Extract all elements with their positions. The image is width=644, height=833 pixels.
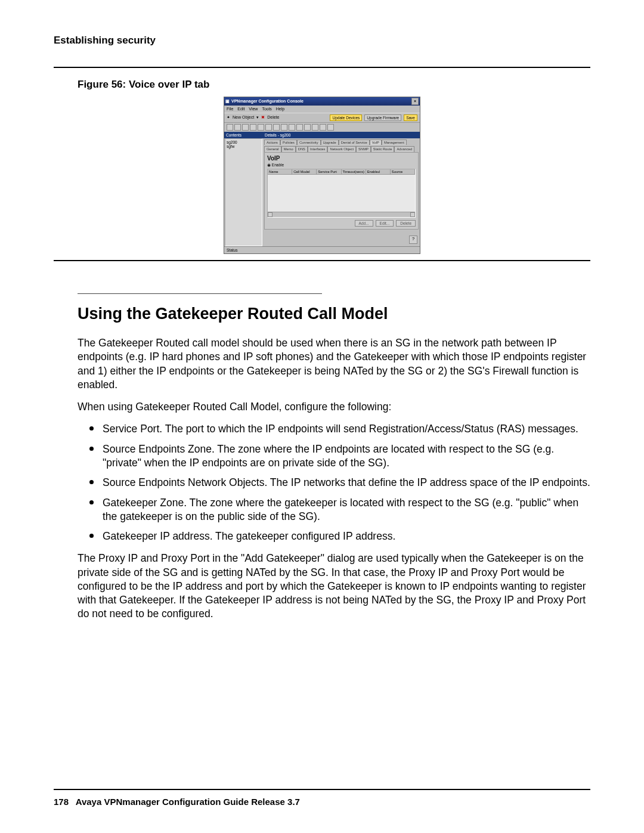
toolbar-icon-5[interactable] (258, 124, 264, 131)
horizontal-scrollbar[interactable] (268, 212, 415, 217)
new-object-button[interactable]: New Object (233, 115, 254, 120)
toolbar-icon-6[interactable] (265, 124, 272, 131)
toolbar-icon-2[interactable] (234, 124, 241, 131)
edit-button[interactable]: Edit... (376, 220, 394, 227)
status-bar: Status (224, 246, 420, 253)
sidebar-item-sgfw[interactable]: sgfw (227, 144, 261, 148)
top-rule (54, 67, 590, 68)
close-icon[interactable]: × (411, 98, 419, 105)
scroll-left-icon[interactable] (268, 212, 273, 217)
list-item: Gatekeeper IP address. The gatekeeper co… (89, 529, 590, 543)
delete-button[interactable]: Delete (267, 115, 279, 120)
save-button[interactable]: Save (404, 114, 417, 121)
bullet-list: Service Port. The port to which the IP e… (89, 422, 590, 543)
col-name[interactable]: Name (268, 169, 292, 174)
details-header: Details - sg200 (263, 132, 420, 138)
tab-dos[interactable]: Denial of Service (339, 140, 370, 145)
list-columns: Name Call Model Service Port Timeout(sec… (268, 169, 415, 175)
window-title: VPNmanager Configuration Console (231, 99, 304, 104)
add-button[interactable]: Add... (355, 220, 373, 227)
app-icon: ▣ (225, 99, 230, 104)
section-divider (78, 293, 322, 294)
menu-file[interactable]: File (227, 107, 233, 112)
help-icon[interactable]: ? (409, 236, 417, 244)
toolbar-icon-12[interactable] (312, 124, 318, 131)
toolbar-icon-13[interactable] (320, 124, 326, 131)
tab-memo[interactable]: Memo (281, 146, 296, 151)
col-call-model[interactable]: Call Model (292, 169, 317, 174)
sidebar-list[interactable]: sg200 sgfw (225, 138, 262, 246)
tab-snmp[interactable]: SNMP (356, 146, 371, 151)
sidebar: Contents sg200 sgfw (224, 132, 263, 246)
toolbar-primary: ✦ New Object ▾ ✖ Delete Update Devices U… (224, 113, 420, 123)
tab-static-route[interactable]: Static Route (371, 146, 395, 151)
tab-management[interactable]: Management (382, 140, 407, 145)
update-devices-button[interactable]: Update Devices (330, 114, 362, 121)
scroll-right-icon[interactable] (410, 212, 415, 217)
menu-view[interactable]: View (249, 107, 258, 112)
sidebar-header: Contents (224, 132, 263, 138)
main-panel: Details - sg200 Actions Policies Connect… (263, 132, 420, 246)
list-item: Source Endpoints Zone. The zone where th… (89, 442, 590, 470)
toolbar-icon-10[interactable] (296, 124, 303, 131)
menu-help[interactable]: Help (276, 107, 284, 112)
delete-icon[interactable]: ✖ (261, 115, 265, 120)
footer-rule (54, 789, 590, 790)
tabs-row-2: General Memo DNS Interfaces Network Obje… (263, 145, 420, 151)
page-number: 178 (54, 797, 69, 807)
running-head: Establishing security (54, 35, 590, 47)
tab-network-object[interactable]: Network Object (327, 146, 356, 151)
tab-policies[interactable]: Policies (280, 140, 297, 145)
paragraph-3: The Proxy IP and Proxy Port in the "Add … (78, 552, 590, 621)
toolbar-icon-7[interactable] (273, 124, 280, 131)
toolbar-icons (224, 123, 420, 132)
toolbar-icon-9[interactable] (289, 124, 295, 131)
toolbar-icon-3[interactable] (242, 124, 249, 131)
toolbar-icon-14[interactable] (327, 124, 334, 131)
sidebar-item-sg200[interactable]: sg200 (227, 140, 261, 144)
toolbar-icon-11[interactable] (304, 124, 311, 131)
tab-interfaces[interactable]: Interfaces (308, 146, 327, 151)
col-service-port[interactable]: Service Port (317, 169, 341, 174)
tab-dns[interactable]: DNS (296, 146, 308, 151)
enable-checkbox[interactable]: ◉ Enable (267, 163, 416, 167)
col-source[interactable]: Source (391, 169, 415, 174)
upgrade-firmware-button[interactable]: Upgrade Firmware (364, 114, 401, 121)
list-item: Service Port. The port to which the IP e… (89, 422, 590, 436)
list-item: Gatekeeper Zone. The zone where the gate… (89, 496, 590, 524)
panel-actions: Add... Edit... Delete (267, 218, 416, 227)
vpnmanager-window: ▣ VPNmanager Configuration Console × Fil… (224, 97, 420, 254)
tab-upgrade[interactable]: Upgrade (321, 140, 339, 145)
col-timeout[interactable]: Timeout(secs) (342, 169, 366, 174)
toolbar-icon-8[interactable] (281, 124, 287, 131)
panel-title: VoIP (267, 155, 416, 162)
tab-voip[interactable]: VoIP (370, 140, 382, 145)
list-item: Source Endpoints Network Objects. The IP… (89, 476, 590, 490)
section-heading: Using the Gatekeeper Routed Call Model (78, 305, 590, 323)
tab-general[interactable]: General (264, 146, 281, 151)
page-footer: 178 Avaya VPNmanager Configuration Guide… (54, 797, 300, 807)
tabs-row-1: Actions Policies Connectivity Upgrade De… (263, 138, 420, 145)
figure-bottom-rule (54, 260, 590, 261)
toolbar-icon-4[interactable] (250, 124, 256, 131)
figure-56: ▣ VPNmanager Configuration Console × Fil… (54, 97, 590, 254)
figure-caption: Figure 56: Voice over IP tab (78, 79, 590, 91)
footer-title: Avaya VPNmanager Configuration Guide Rel… (76, 797, 300, 807)
voip-panel: VoIP ◉ Enable Name Call Model Service Po… (264, 152, 419, 230)
window-titlebar: ▣ VPNmanager Configuration Console × (224, 97, 420, 106)
enable-label: Enable (272, 163, 284, 167)
voip-listbox[interactable]: Name Call Model Service Port Timeout(sec… (267, 169, 416, 218)
toolbar-icon-1[interactable] (227, 124, 233, 131)
col-enabled[interactable]: Enabled (366, 169, 391, 174)
delete-entry-button[interactable]: Delete (396, 220, 416, 227)
paragraph-2: When using Gatekeeper Routed Call Model,… (78, 400, 590, 414)
new-object-icon[interactable]: ✦ (227, 115, 230, 120)
tab-connectivity[interactable]: Connectivity (297, 140, 321, 145)
tab-actions[interactable]: Actions (264, 140, 280, 145)
paragraph-1: The Gatekeeper Routed call model should … (78, 336, 590, 392)
menubar: File Edit View Tools Help (224, 106, 420, 113)
menu-tools[interactable]: Tools (262, 107, 271, 112)
tab-advanced[interactable]: Advanced (394, 146, 414, 151)
menu-edit[interactable]: Edit (237, 107, 244, 112)
dropdown-icon[interactable]: ▾ (256, 115, 259, 120)
